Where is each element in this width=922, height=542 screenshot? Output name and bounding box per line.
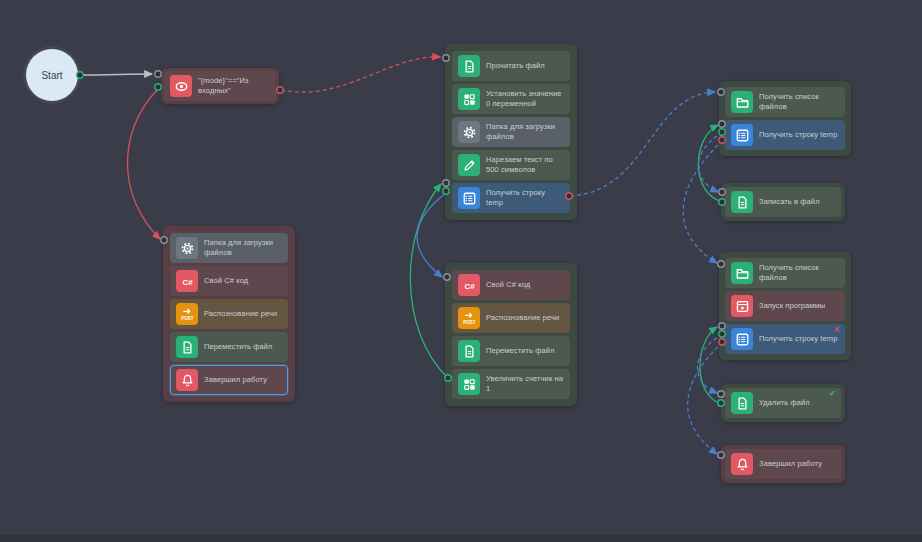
bell-icon bbox=[731, 453, 753, 475]
action-get-file-list[interactable]: Получить список файлов bbox=[725, 87, 845, 117]
node-graph-canvas[interactable]: "{mode}"=="Из входных"Папка для загрузки… bbox=[0, 0, 922, 542]
action-label: Получить список файлов bbox=[759, 263, 839, 283]
svg-text:C#: C# bbox=[182, 277, 193, 286]
action-csharp-code[interactable]: C#Свой C# код bbox=[452, 270, 570, 300]
action-label: Свой C# код bbox=[486, 280, 530, 290]
action-get-temp-string[interactable]: Получить строку temp✕ bbox=[725, 324, 845, 354]
file-icon bbox=[176, 336, 198, 358]
finish-node[interactable]: Завершил работу bbox=[721, 445, 845, 483]
action-move-file[interactable]: Переместить файл bbox=[452, 336, 570, 366]
action-label: Папка для загрузки файлов bbox=[204, 238, 282, 258]
action-csharp-code[interactable]: C#Свой C# код bbox=[170, 266, 288, 296]
post-icon: POST bbox=[458, 307, 480, 329]
action-speech-recognition[interactable]: POSTРаспознование речи bbox=[452, 303, 570, 333]
folder-icon bbox=[731, 91, 753, 113]
action-label: Прочитать файл bbox=[486, 61, 545, 71]
action-label: Переместить файл bbox=[204, 342, 273, 352]
action-label: Удалить файл bbox=[759, 398, 810, 408]
condition-mode-check[interactable]: "{mode}"=="Из входных" bbox=[164, 71, 276, 101]
action-get-temp-string[interactable]: Получить строку temp bbox=[452, 183, 570, 213]
read-file-group[interactable]: Прочитать файлУстановить значение 0 пере… bbox=[445, 44, 577, 220]
status-x-icon: ✕ bbox=[833, 326, 840, 334]
condition-node[interactable]: "{mode}"=="Из входных" bbox=[161, 68, 279, 104]
action-label: Распознование речи bbox=[486, 313, 559, 323]
action-label: Установить значение 0 переменной bbox=[486, 89, 564, 109]
run-program-icon bbox=[731, 295, 753, 317]
file-icon bbox=[731, 191, 753, 213]
action-label: Получить строку temp bbox=[486, 188, 564, 208]
run-program-group[interactable]: Получить список файловЗапуск программыПо… bbox=[719, 252, 851, 360]
action-speech-recognition[interactable]: POSTРаспознование речи bbox=[170, 299, 288, 329]
action-get-file-list[interactable]: Получить список файлов bbox=[725, 258, 845, 288]
bell-icon bbox=[176, 369, 198, 391]
action-label: Запуск программы bbox=[759, 301, 825, 311]
action-increment-counter[interactable]: Увеличить счетчик на 1 bbox=[452, 369, 570, 399]
action-move-file[interactable]: Переместить файл bbox=[170, 332, 288, 362]
action-slice-text[interactable]: Нарезаем текст по 500 символов bbox=[452, 150, 570, 180]
action-label: Получить список файлов bbox=[759, 92, 839, 112]
gear-icon bbox=[176, 237, 198, 259]
folder-icon bbox=[731, 262, 753, 284]
list-icon bbox=[731, 328, 753, 350]
action-label: Записать в файл bbox=[759, 197, 820, 207]
list-icon bbox=[458, 187, 480, 209]
action-folder-upload[interactable]: Папка для загрузки файлов bbox=[170, 233, 288, 263]
code-loop-group[interactable]: C#Свой C# кодPOSTРаспознование речиПерем… bbox=[445, 263, 577, 406]
action-run-program[interactable]: Запуск программы bbox=[725, 291, 845, 321]
grid-icon bbox=[458, 373, 480, 395]
file-icon bbox=[731, 392, 753, 414]
action-finished-work[interactable]: Завершил работу bbox=[170, 365, 288, 395]
action-label: Свой C# код bbox=[204, 276, 248, 286]
action-label: Переместить файл bbox=[486, 346, 555, 356]
action-write-file[interactable]: Записать в файл bbox=[725, 187, 841, 217]
action-get-temp-string[interactable]: Получить строку temp bbox=[725, 120, 845, 150]
start-node[interactable]: Start bbox=[26, 49, 78, 101]
csharp-icon: C# bbox=[458, 274, 480, 296]
action-label: Увеличить счетчик на 1 bbox=[486, 374, 564, 394]
delete-file-node[interactable]: Удалить файл✔ bbox=[721, 384, 845, 422]
grid-icon bbox=[458, 88, 480, 110]
svg-text:C#: C# bbox=[464, 281, 475, 290]
action-label: "{mode}"=="Из входных" bbox=[198, 76, 270, 96]
csharp-icon: C# bbox=[176, 270, 198, 292]
file-icon bbox=[458, 340, 480, 362]
eye-icon bbox=[170, 75, 192, 97]
file-icon bbox=[458, 55, 480, 77]
write-file-node[interactable]: Записать в файл bbox=[721, 183, 845, 221]
action-label: Завершил работу bbox=[759, 459, 822, 469]
action-label: Получить строку temp bbox=[759, 130, 837, 140]
action-label: Распознование речи bbox=[204, 309, 277, 319]
pencil-icon bbox=[458, 154, 480, 176]
svg-text:POST: POST bbox=[181, 315, 194, 320]
action-label: Папка для загрузки файлов bbox=[486, 122, 564, 142]
action-delete-file[interactable]: Удалить файл✔ bbox=[725, 388, 841, 418]
list-icon bbox=[731, 124, 753, 146]
post-icon: POST bbox=[176, 303, 198, 325]
start-node-label: Start bbox=[41, 70, 62, 81]
action-finished-work[interactable]: Завершил работу bbox=[725, 449, 841, 479]
action-folder-upload[interactable]: Папка для загрузки файлов bbox=[452, 117, 570, 147]
upload-branch-group[interactable]: Папка для загрузки файловC#Свой C# кодPO… bbox=[163, 226, 295, 402]
action-read-file[interactable]: Прочитать файл bbox=[452, 51, 570, 81]
action-label: Нарезаем текст по 500 символов bbox=[486, 155, 564, 175]
svg-text:POST: POST bbox=[463, 319, 476, 324]
status-check-icon: ✔ bbox=[829, 390, 836, 398]
bottom-edge-bar bbox=[0, 535, 922, 542]
action-set-variable-zero[interactable]: Установить значение 0 переменной bbox=[452, 84, 570, 114]
action-label: Завершил работу bbox=[204, 375, 267, 385]
flow-editor-canvas: { "colors": { "bg": "#3a3d49", "cont_red… bbox=[0, 0, 922, 542]
action-label: Получить строку temp bbox=[759, 334, 837, 344]
gear-icon bbox=[458, 121, 480, 143]
file-list-group[interactable]: Получить список файловПолучить строку te… bbox=[719, 81, 851, 156]
